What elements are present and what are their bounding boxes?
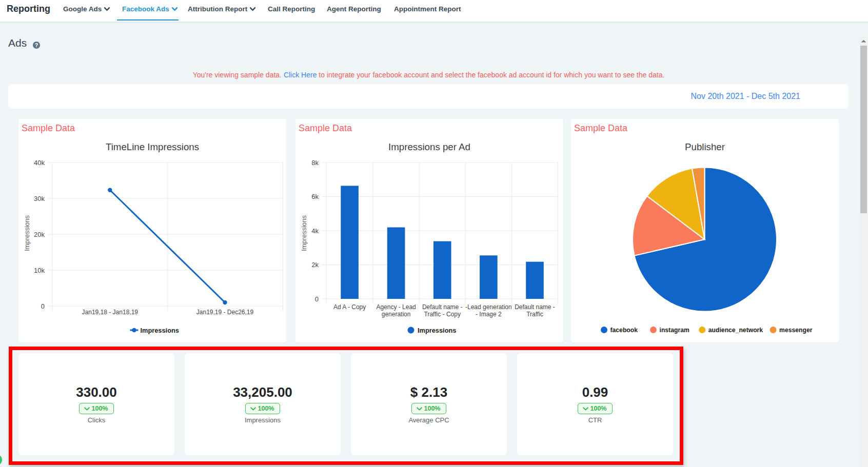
svg-text:audience_network: audience_network — [708, 327, 763, 334]
svg-text:20k: 20k — [34, 231, 45, 238]
svg-text:Impressions: Impressions — [300, 215, 308, 251]
svg-text:Impressions: Impressions — [418, 327, 456, 334]
svg-text:-Lead generation: -Lead generation — [465, 303, 512, 311]
svg-text:6k: 6k — [311, 193, 319, 200]
svg-text:Publisher: Publisher — [685, 141, 725, 152]
svg-text:2k: 2k — [311, 261, 319, 269]
svg-text:instagram: instagram — [660, 327, 689, 334]
svg-text:Impressions: Impressions — [141, 327, 179, 334]
svg-text:30k: 30k — [34, 195, 45, 202]
svg-text:0: 0 — [315, 295, 319, 303]
svg-text:- Image 2: - Image 2 — [476, 311, 502, 318]
svg-text:generation: generation — [382, 311, 411, 318]
svg-text:Ad A - Copy: Ad A - Copy — [333, 303, 366, 311]
svg-text:Jan19,19 - Dec26,19: Jan19,19 - Dec26,19 — [196, 309, 254, 316]
svg-text:messenger: messenger — [779, 327, 813, 334]
svg-text:facebook: facebook — [610, 327, 638, 334]
svg-text:40k: 40k — [34, 159, 45, 167]
svg-text:4k: 4k — [311, 227, 319, 235]
svg-text:Default name -: Default name - — [515, 303, 555, 311]
svg-text:10k: 10k — [34, 267, 45, 274]
svg-text:Traffic - Copy: Traffic - Copy — [424, 311, 461, 318]
svg-text:TimeLine Impressions: TimeLine Impressions — [106, 141, 199, 152]
svg-text:Impressions: Impressions — [23, 215, 31, 251]
svg-text:Traffic: Traffic — [526, 311, 543, 318]
svg-text:0: 0 — [41, 302, 45, 310]
svg-text:Jan19,18 - Jan18,19: Jan19,18 - Jan18,19 — [82, 309, 139, 316]
svg-text:Agency - Lead: Agency - Lead — [376, 303, 416, 311]
svg-text:Impressions per Ad: Impressions per Ad — [388, 141, 470, 152]
svg-text:Default name -: Default name - — [422, 303, 463, 311]
svg-text:8k: 8k — [311, 159, 319, 167]
